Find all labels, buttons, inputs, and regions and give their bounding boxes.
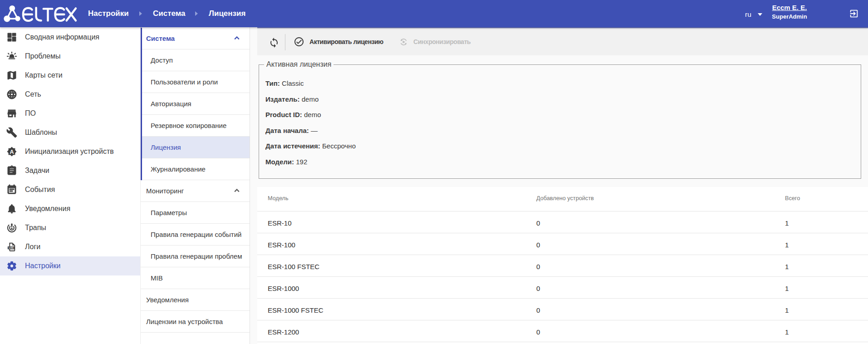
svg-text:A: A	[10, 149, 14, 155]
svg-text:LOG: LOG	[9, 246, 14, 249]
